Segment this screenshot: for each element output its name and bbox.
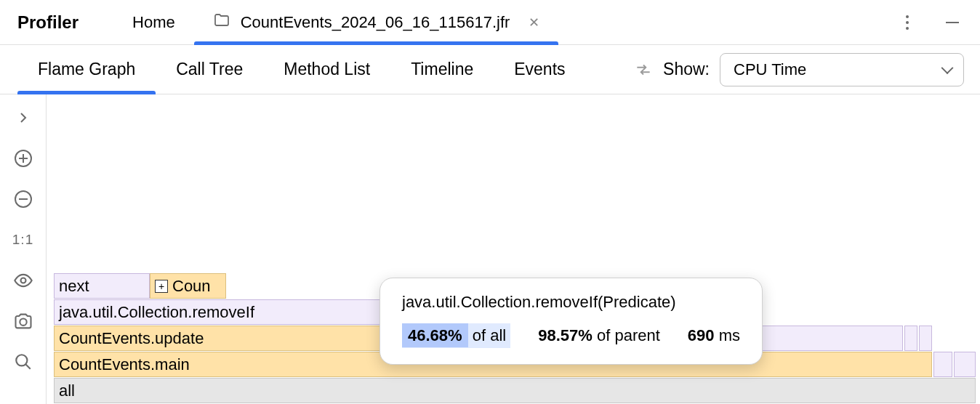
expand-icon[interactable] <box>12 106 35 129</box>
flame-bar[interactable] <box>904 326 917 351</box>
svg-point-10 <box>20 319 26 326</box>
show-label: Show: <box>663 60 710 79</box>
swap-filter-icon[interactable] <box>634 60 653 79</box>
flame-bar[interactable] <box>919 326 932 351</box>
tab-file[interactable]: CountEvents_2024_06_16_115617.jfr ✕ <box>194 0 559 44</box>
tab-label: Home <box>132 13 175 32</box>
subtab-events[interactable]: Events <box>494 45 585 94</box>
flame-bar[interactable] <box>954 352 976 377</box>
subtab-method-list[interactable]: Method List <box>263 45 390 94</box>
flame-bar[interactable]: all <box>54 378 976 403</box>
flame-bar-label: Coun <box>172 277 211 296</box>
flame-bar-label: java.util.Collection.removeIf <box>59 303 254 322</box>
search-icon[interactable] <box>12 350 35 373</box>
zoom-in-icon[interactable] <box>12 147 35 170</box>
show-select-value: CPU Time <box>734 60 806 79</box>
tooltip-pct-parent: 98.57% of parent <box>538 326 660 345</box>
eye-icon[interactable] <box>12 269 35 292</box>
flame-bar-label: CountEvents.main <box>59 355 190 374</box>
expand-plus-icon[interactable]: + <box>155 280 168 293</box>
subtab-timeline[interactable]: Timeline <box>390 45 494 94</box>
flame-bar-label: CountEvents.update <box>59 329 204 348</box>
svg-point-9 <box>20 278 25 283</box>
subtab-call-tree[interactable]: Call Tree <box>156 45 263 94</box>
scale-reset[interactable]: 1:1 <box>12 228 35 251</box>
zoom-out-icon[interactable] <box>12 187 35 211</box>
svg-point-11 <box>16 355 27 365</box>
show-select[interactable]: CPU Time <box>720 53 964 86</box>
flame-tooltip: java.util.Collection.removeIf(Predicate)… <box>379 278 763 365</box>
tooltip-pct-all: 46.68% of all <box>402 323 510 348</box>
flame-graph-canvas[interactable]: next+Counjava.util.Collection.removeIfCo… <box>47 94 980 404</box>
svg-point-2 <box>906 27 909 30</box>
tooltip-time: 690 ms <box>688 326 740 345</box>
svg-line-12 <box>25 364 31 369</box>
minimize-icon[interactable] <box>942 12 963 33</box>
app-title: Profiler <box>17 12 113 33</box>
flame-bar[interactable]: +Coun <box>150 273 226 299</box>
camera-icon[interactable] <box>12 310 35 333</box>
more-icon[interactable] <box>897 12 917 33</box>
flame-bar-label: all <box>59 381 75 400</box>
flame-bar[interactable] <box>933 352 952 377</box>
flame-bar[interactable]: next <box>54 273 150 299</box>
svg-point-0 <box>906 15 909 18</box>
svg-point-1 <box>906 21 909 24</box>
close-icon[interactable]: ✕ <box>520 15 539 31</box>
flame-bar-label: next <box>59 277 89 296</box>
tab-label: CountEvents_2024_06_16_115617.jfr <box>241 13 510 32</box>
subtab-flame-graph[interactable]: Flame Graph <box>17 45 156 94</box>
tab-home[interactable]: Home <box>113 0 194 44</box>
tooltip-title: java.util.Collection.removeIf(Predicate) <box>402 293 740 312</box>
folder-icon <box>213 12 230 33</box>
